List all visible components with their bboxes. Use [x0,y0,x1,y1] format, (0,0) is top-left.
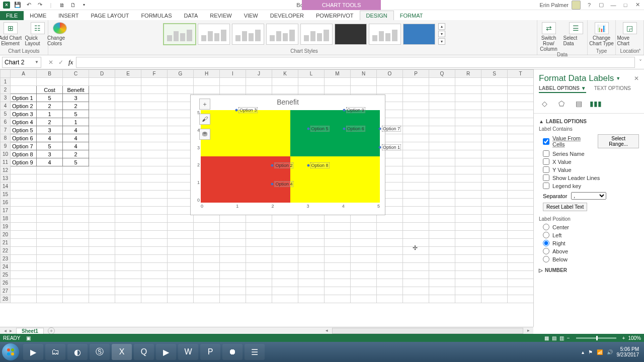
formula-input[interactable] [76,57,635,68]
chk-value-from-cells[interactable]: Value From Cells [543,135,594,147]
chk-y-value[interactable]: Y Value [543,166,639,173]
rad-center[interactable]: Center [543,224,639,230]
sheet-tab-1[interactable]: Sheet1 [16,328,44,334]
chk-x-value[interactable]: X Value [543,158,639,165]
chart-style-2[interactable] [198,24,230,45]
taskbar-powerpoint-icon[interactable]: P [200,344,220,360]
change-colors-button[interactable]: Change Colors [47,21,72,46]
tab-design[interactable]: DESIGN [360,11,394,20]
tray-chevron-icon[interactable]: ▴ [582,349,584,355]
taskbar-record-icon[interactable]: ⏺ [222,344,243,360]
data-point[interactable] [343,109,345,112]
zoom-in-icon[interactable]: + [622,335,625,341]
save-icon[interactable]: 💾 [14,2,21,9]
taskbar-video-icon[interactable]: ▶ [156,344,176,360]
rad-left[interactable]: Left [543,232,639,238]
tray-volume-icon[interactable]: 🔊 [607,349,613,355]
data-label[interactable]: Option 2 [274,162,293,168]
chevron-down-icon[interactable]: ▼ [35,60,39,64]
tab-insert[interactable]: INSERT [52,11,85,20]
data-label[interactable]: Option 3 [238,107,258,113]
start-button[interactable] [2,343,19,360]
chart-filters-button[interactable]: ⛃ [199,129,210,140]
add-chart-element-button[interactable]: ⊞Add Chart Element [0,21,23,46]
data-point[interactable] [271,164,274,167]
section-number[interactable]: ▷ NUMBER [539,267,639,273]
select-data-button[interactable]: ☰Select Data [564,21,589,46]
pane-tab-label-options[interactable]: LABEL OPTIONS ▼ [539,85,586,93]
size-properties-icon[interactable]: ▤ [573,98,584,109]
pane-close-icon[interactable]: ✕ [634,75,639,82]
select-range-button[interactable]: Select Range... [598,134,639,148]
data-point[interactable] [235,109,238,112]
data-point[interactable] [379,146,381,148]
effects-icon[interactable]: ⬠ [556,98,567,109]
normal-view-icon[interactable]: ▦ [544,335,549,341]
page-layout-view-icon[interactable]: ▤ [552,335,556,341]
macro-record-icon[interactable]: ▣ [26,335,31,341]
chart-style-8[interactable] [403,24,435,45]
data-label[interactable]: Option 4 [274,181,293,187]
chart-elements-button[interactable]: ＋ [199,99,210,110]
chart-styles-gallery[interactable]: ▴▾▾ [164,21,445,45]
tab-page-layout[interactable]: PAGE LAYOUT [85,11,135,20]
help-icon[interactable]: ? [586,2,593,9]
chk-series-name[interactable]: Series Name [543,150,639,157]
chart-object[interactable]: Benefit 012345 012345 Option 1Option 2Op… [190,95,385,215]
maximize-icon[interactable]: □ [622,2,629,9]
tray-network-icon[interactable]: 📶 [597,349,603,355]
label-options-icon[interactable]: ▮▮▮ [590,98,601,109]
print-preview-icon[interactable]: 🗎 [58,2,65,9]
tab-formulas[interactable]: FORMULAS [135,11,178,20]
taskbar-misc-icon[interactable]: ☰ [245,344,265,360]
data-point[interactable] [343,127,345,130]
chk-legend-key[interactable]: Legend key [543,183,639,189]
data-label[interactable]: Option 1 [382,144,401,150]
tab-view[interactable]: VIEW [238,11,264,20]
rad-above[interactable]: Above [543,248,639,254]
chart-style-6[interactable] [335,24,367,45]
taskbar-app-icon[interactable]: Q [134,344,154,360]
chart-style-5[interactable] [300,24,333,45]
tab-home[interactable]: HOME [24,11,52,20]
tab-powerpivot[interactable]: POWERPIVOT [310,11,360,20]
taskbar-chrome-icon[interactable]: ◐ [67,344,88,360]
close-icon[interactable]: ✕ [634,2,641,9]
name-box[interactable]: Chart 2▼ [2,57,41,68]
page-break-view-icon[interactable]: ▥ [559,335,564,341]
tab-data[interactable]: DATA [178,11,204,20]
tray-clock[interactable]: 5:06 PM 9/23/2017 [617,346,639,357]
horizontal-scrollbar[interactable] [332,328,523,334]
data-label[interactable]: Option 6 [346,126,365,132]
redo-icon[interactable]: ↷ [36,2,43,9]
gallery-scroll[interactable]: ▴▾▾ [438,23,445,45]
fx-icon[interactable]: fx [68,58,73,66]
change-chart-type-button[interactable]: 📊Change Chart Type [589,21,614,46]
undo-icon[interactable]: ↶ [25,2,32,9]
chart-styles-button[interactable]: 🖌 [199,114,210,125]
zoom-out-icon[interactable]: − [567,335,570,341]
data-point[interactable] [379,127,381,130]
switch-row-column-button[interactable]: ⇄Switch Row/ Column [536,21,561,52]
chart-style-1[interactable] [164,24,196,45]
zoom-level[interactable]: 100% [628,335,641,341]
sheet-nav[interactable]: ◂▸ [0,328,16,333]
new-icon[interactable]: 🗋 [69,2,76,9]
tab-file[interactable]: FILE [0,11,24,20]
section-label-options[interactable]: ▲ LABEL OPTIONS [539,119,639,124]
taskbar-explorer-icon[interactable]: 🗂 [45,344,65,360]
enter-icon[interactable]: ✓ [58,59,63,66]
data-label[interactable]: Option 5 [310,126,330,132]
quick-layout-button[interactable]: ☷Quick Layout [25,21,50,46]
chart-style-4[interactable] [266,24,298,45]
system-tray[interactable]: ▴ ⚑ 📶 🔊 5:06 PM 9/23/2017 [582,346,642,357]
taskbar-media-player-icon[interactable]: ▶ [23,344,43,360]
tray-flag-icon[interactable]: ⚑ [588,349,593,355]
taskbar-word-icon[interactable]: W [178,344,198,360]
add-sheet-button[interactable]: ＋ [48,327,55,334]
tab-format[interactable]: FORMAT [394,11,429,20]
chk-leader-lines[interactable]: Show Leader Lines [543,174,639,181]
data-point[interactable] [307,127,309,130]
tab-developer[interactable]: DEVELOPER [264,11,310,20]
chart-style-3[interactable] [232,24,264,45]
